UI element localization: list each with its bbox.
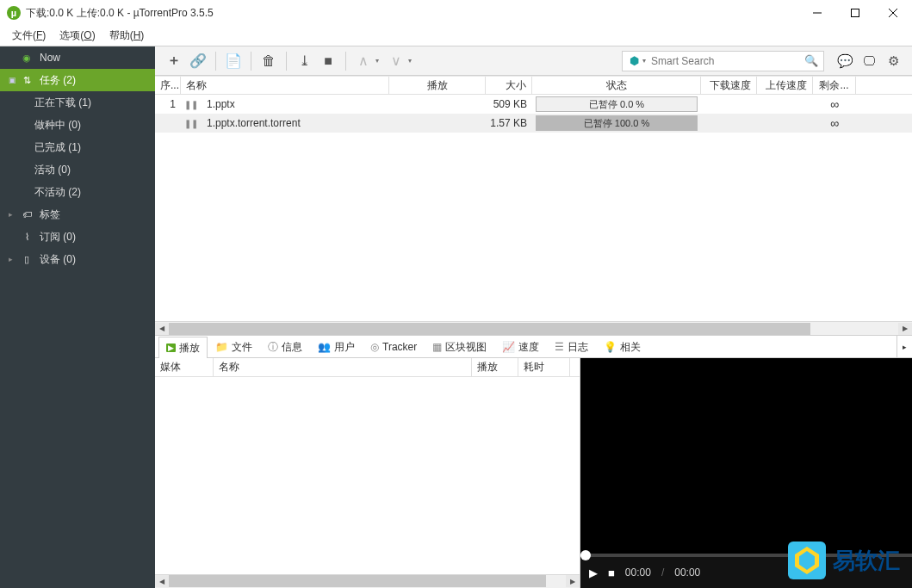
tab-peers[interactable]: 👥用户 bbox=[310, 336, 363, 357]
dropdown-icon[interactable]: ▾ bbox=[375, 57, 384, 65]
stop-button[interactable]: ■ bbox=[316, 49, 340, 73]
folder-icon: 📁 bbox=[215, 341, 228, 353]
chat-button[interactable]: 💬 bbox=[833, 49, 857, 73]
tab-speed[interactable]: 📈速度 bbox=[494, 336, 547, 357]
menu-help[interactable]: 帮助(H) bbox=[102, 26, 152, 46]
col-ulspeed[interactable]: 上传速度 bbox=[757, 77, 813, 94]
sidebar-item-labels[interactable]: ▸🏷标签 bbox=[0, 203, 155, 226]
stop-button[interactable]: ■ bbox=[608, 566, 615, 579]
tab-tracker[interactable]: ◎Tracker bbox=[363, 336, 425, 357]
svg-rect-1 bbox=[852, 9, 859, 17]
scroll-left-arrow[interactable]: ◀ bbox=[155, 323, 169, 335]
tag-icon: 🏷 bbox=[21, 209, 33, 220]
sidebar-item-label: 做种中 (0) bbox=[34, 118, 81, 133]
scroll-left-arrow[interactable]: ◀ bbox=[155, 575, 169, 587]
separator bbox=[215, 52, 216, 71]
sidebar-item-completed[interactable]: 已完成 (1) bbox=[0, 136, 155, 158]
tab-log[interactable]: ☰日志 bbox=[547, 336, 596, 357]
minimize-button[interactable] bbox=[798, 0, 836, 26]
tab-play[interactable]: ▶播放 bbox=[158, 337, 208, 358]
sidebar-item-label: 正在下载 (1) bbox=[34, 96, 91, 110]
scroll-right-arrow[interactable]: ▶ bbox=[898, 323, 912, 335]
tab-info[interactable]: ⓘ信息 bbox=[260, 336, 310, 357]
sidebar-item-feeds[interactable]: ⌇订阅 (0) bbox=[0, 226, 155, 248]
separator bbox=[286, 52, 287, 71]
tab-pieces[interactable]: ▦区块视图 bbox=[425, 336, 494, 357]
sidebar-item-label: 标签 bbox=[40, 207, 60, 222]
expand-icon[interactable]: ▸ bbox=[9, 255, 19, 263]
remote-button[interactable]: 🖵 bbox=[857, 49, 881, 73]
cell-index: 1 bbox=[155, 96, 181, 112]
col-play[interactable]: 播放 bbox=[389, 77, 486, 94]
sidebar-item-tasks[interactable]: ▣⇅任务 (2) bbox=[0, 69, 155, 91]
cell-remaining: ∞ bbox=[813, 96, 856, 113]
play-button[interactable]: ▶ bbox=[589, 566, 598, 579]
close-button[interactable] bbox=[874, 0, 912, 26]
dcol-play[interactable]: 播放 bbox=[472, 358, 518, 376]
bulb-icon: 💡 bbox=[604, 341, 617, 353]
tab-related[interactable]: 💡相关 bbox=[596, 336, 648, 357]
tab-files[interactable]: 📁文件 bbox=[208, 336, 260, 357]
sidebar-item-devices[interactable]: ▸▯设备 (0) bbox=[0, 248, 155, 270]
maximize-button[interactable] bbox=[836, 0, 874, 26]
sidebar-item-now[interactable]: ◉Now bbox=[0, 46, 155, 69]
expand-icon[interactable]: ▸ bbox=[9, 210, 19, 219]
col-remaining[interactable]: 剩余... bbox=[813, 77, 856, 94]
dcol-name[interactable]: 名称 bbox=[214, 358, 472, 376]
col-size[interactable]: 大小 bbox=[486, 77, 532, 94]
cell-size: 509 KB bbox=[486, 96, 532, 112]
col-name[interactable]: 名称 bbox=[181, 77, 389, 94]
separator bbox=[345, 52, 346, 71]
sidebar-item-label: 设备 (0) bbox=[40, 252, 76, 267]
menu-file[interactable]: 文件(F) bbox=[5, 26, 53, 46]
watermark-logo-icon bbox=[788, 542, 826, 579]
column-headers: 序... 名称 播放 大小 状态 下载速度 上传速度 剩余... bbox=[155, 76, 912, 95]
info-icon: ⓘ bbox=[268, 340, 278, 355]
add-url-button[interactable]: 🔗 bbox=[186, 49, 210, 73]
search-icon[interactable]: 🔍 bbox=[804, 54, 818, 67]
move-down-button[interactable]: ∨ bbox=[384, 49, 408, 73]
tabs-overflow-button[interactable]: ▸ bbox=[896, 336, 912, 357]
search-input[interactable] bbox=[649, 55, 799, 67]
sidebar-item-downloading[interactable]: 正在下载 (1) bbox=[0, 91, 155, 114]
target-icon: ◎ bbox=[370, 341, 379, 353]
peers-icon: 👥 bbox=[318, 341, 331, 353]
device-icon: ▯ bbox=[21, 254, 33, 265]
collapse-icon[interactable]: ▣ bbox=[9, 76, 19, 84]
create-torrent-button[interactable]: 📄 bbox=[221, 49, 245, 73]
titlebar-text: 下载:0.0 K 上传:0.0 K - µTorrentPro 3.5.5 bbox=[26, 6, 798, 21]
close-icon bbox=[889, 9, 897, 17]
sidebar-item-seeding[interactable]: 做种中 (0) bbox=[0, 114, 155, 136]
sidebar-item-label: 任务 (2) bbox=[40, 73, 76, 88]
scroll-right-arrow[interactable]: ▶ bbox=[566, 575, 580, 587]
settings-button[interactable]: ⚙ bbox=[881, 49, 905, 73]
cell-ulspeed bbox=[757, 102, 813, 106]
menu-options[interactable]: 选项(O) bbox=[53, 26, 102, 46]
cell-dlspeed bbox=[701, 121, 757, 125]
sidebar-item-inactive[interactable]: 不活动 (2) bbox=[0, 181, 155, 203]
dropdown-icon[interactable]: ▾ bbox=[408, 57, 417, 65]
scroll-thumb[interactable] bbox=[169, 323, 810, 335]
cell-remaining: ∞ bbox=[813, 115, 856, 132]
remove-button[interactable]: 🗑 bbox=[257, 49, 281, 73]
dcol-time[interactable]: 耗时 bbox=[518, 358, 570, 376]
col-dlspeed[interactable]: 下载速度 bbox=[701, 77, 757, 94]
speed-icon: 📈 bbox=[502, 341, 515, 353]
chevron-down-icon[interactable]: ▾ bbox=[642, 57, 646, 65]
start-button[interactable]: ⤓ bbox=[292, 49, 316, 73]
scroll-thumb[interactable] bbox=[169, 575, 546, 587]
col-status[interactable]: 状态 bbox=[532, 77, 701, 94]
detail-scrollbar[interactable]: ◀ ▶ bbox=[155, 574, 580, 588]
add-torrent-button[interactable]: ＋ bbox=[162, 49, 186, 73]
table-row[interactable]: ❚❚ 1.pptx.torrent.torrent 1.57 KB 已暂停 10… bbox=[155, 114, 912, 133]
move-up-button[interactable]: ∧ bbox=[351, 49, 375, 73]
table-row[interactable]: 1 ❚❚ 1.pptx 509 KB 已暂停 0.0 % ∞ bbox=[155, 95, 912, 114]
col-index[interactable]: 序... bbox=[155, 77, 181, 94]
seek-handle[interactable] bbox=[580, 550, 591, 560]
horizontal-scrollbar[interactable]: ◀ ▶ bbox=[155, 321, 912, 335]
dcol-media[interactable]: 媒体 bbox=[155, 358, 214, 376]
play-icon: ▶ bbox=[166, 344, 176, 352]
watermark: 易软汇 bbox=[781, 538, 907, 583]
detail-grid: 媒体 名称 播放 耗时 ◀ ▶ bbox=[155, 358, 580, 588]
sidebar-item-active[interactable]: 活动 (0) bbox=[0, 158, 155, 181]
